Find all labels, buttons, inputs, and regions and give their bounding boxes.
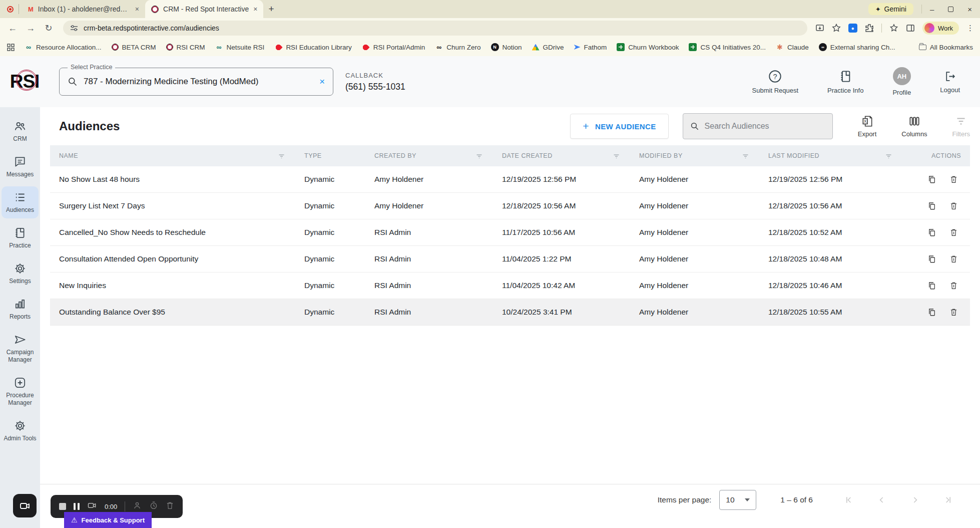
tab-inbox[interactable]: M Inbox (1) - aholdener@redspot × — [22, 0, 145, 18]
cell-name[interactable]: No Show Last 48 hours — [59, 175, 304, 184]
logout-button[interactable]: Logout — [940, 70, 960, 94]
sidebar-item-campaign-manager[interactable]: Campaign Manager — [2, 329, 39, 368]
send-to-device-icon[interactable] — [815, 24, 824, 33]
new-audience-button[interactable]: + NEW AUDIENCE — [570, 114, 668, 139]
window-minimize-button[interactable]: – — [930, 5, 934, 14]
sidebar-item-audiences[interactable]: Audiences — [2, 186, 39, 218]
page-size-select[interactable]: 10 — [719, 490, 756, 510]
apps-grid-icon[interactable] — [7, 44, 15, 51]
tab-crm-active[interactable]: CRM - Red Spot Interactive × — [145, 0, 263, 18]
sidebar-item-admin-tools[interactable]: Admin Tools — [2, 415, 39, 447]
cell-name[interactable]: Consultation Attended Open Opportunity — [59, 254, 304, 263]
duplicate-icon[interactable] — [927, 228, 936, 237]
filter-modified-by-icon[interactable] — [742, 152, 749, 160]
profile-chip[interactable]: Work — [922, 22, 959, 35]
participants-icon[interactable] — [133, 501, 142, 512]
side-panel-icon[interactable] — [906, 24, 915, 33]
back-button[interactable]: ← — [6, 23, 19, 34]
previous-page-button[interactable] — [877, 495, 887, 505]
last-page-button[interactable] — [943, 495, 953, 505]
favorites-star-icon[interactable] — [889, 24, 898, 33]
trash-icon[interactable] — [949, 281, 958, 290]
search-audiences-box[interactable] — [683, 113, 833, 139]
stop-recording-icon[interactable] — [59, 503, 66, 510]
extensions-puzzle-icon[interactable] — [865, 24, 874, 33]
next-page-button[interactable] — [910, 495, 920, 505]
sidebar-item-reports[interactable]: Reports — [2, 293, 39, 325]
trash-icon[interactable] — [949, 175, 958, 184]
all-bookmarks-button[interactable]: All Bookmarks — [919, 44, 973, 51]
pause-recording-icon[interactable] — [74, 503, 80, 510]
pinned-extension-icon[interactable]: ● — [848, 24, 857, 33]
window-maximize-button[interactable] — [948, 7, 953, 12]
sidebar-item-settings[interactable]: Settings — [2, 257, 39, 290]
table-row[interactable]: No Show Last 48 hours Dynamic Amy Holden… — [50, 166, 970, 193]
clear-practice-icon[interactable]: × — [319, 76, 325, 87]
table-row[interactable]: Outstanding Balance Over $95 Dynamic RSI… — [50, 299, 970, 326]
table-row[interactable]: Cancelled_No Show Needs to Reschedule Dy… — [50, 219, 970, 246]
bookmark-external-sharing[interactable]: External sharing Ch... — [819, 43, 895, 51]
reload-button[interactable]: ↻ — [42, 23, 55, 34]
bookmark-rsi-portal-admin[interactable]: RSI Portal/Admin — [362, 43, 425, 51]
bookmark-cs-q4-initiatives[interactable]: CS Q4 Initiatives 20... — [689, 43, 766, 51]
video-camera-icon[interactable] — [87, 500, 97, 512]
trash-icon[interactable] — [949, 254, 958, 263]
practice-info-button[interactable]: Practice Info — [827, 70, 863, 94]
bookmark-netsuite-rsi[interactable]: Netsuite RSI — [215, 43, 265, 51]
bookmark-claude[interactable]: Claude — [776, 43, 809, 51]
sidebar-item-messages[interactable]: Messages — [2, 151, 39, 183]
cell-name[interactable]: Surgery List Next 7 Days — [59, 201, 304, 210]
new-tab-button[interactable]: + — [268, 4, 274, 15]
export-button[interactable]: X Export — [858, 115, 877, 138]
camera-bubble-button[interactable] — [13, 494, 37, 517]
sidebar-item-procedure-manager[interactable]: Procedure Manager — [2, 372, 39, 411]
table-row[interactable]: New Inquiries Dynamic RSI Admin 11/04/20… — [50, 273, 970, 299]
select-practice-field[interactable]: Select Practice 787 - Modernizing Medici… — [59, 68, 333, 96]
filter-name-icon[interactable] — [278, 152, 285, 160]
url-text[interactable]: crm-beta.redspotinteractive.com/audienci… — [84, 24, 219, 32]
forward-button[interactable]: → — [24, 23, 37, 34]
timer-icon[interactable] — [149, 501, 158, 512]
bookmark-notion[interactable]: NNotion — [491, 43, 522, 51]
duplicate-icon[interactable] — [927, 308, 936, 317]
profile-button[interactable]: AH Profile — [892, 67, 911, 96]
table-row[interactable]: Surgery List Next 7 Days Dynamic Amy Hol… — [50, 193, 970, 219]
filter-last-modified-icon[interactable] — [885, 152, 892, 160]
columns-button[interactable]: Columns — [901, 115, 927, 138]
duplicate-icon[interactable] — [927, 254, 936, 263]
cell-name[interactable]: Cancelled_No Show Needs to Reschedule — [59, 228, 304, 237]
bookmark-resource-allocation[interactable]: Resource Allocation... — [25, 43, 102, 51]
trash-icon[interactable] — [949, 201, 958, 210]
bookmark-churn-workbook[interactable]: Churn Workbook — [617, 43, 679, 51]
bookmark-rsi-crm[interactable]: RSI CRM — [166, 44, 205, 51]
duplicate-icon[interactable] — [927, 175, 936, 184]
address-bar[interactable]: crm-beta.redspotinteractive.com/audienci… — [63, 21, 807, 36]
filter-created-by-icon[interactable] — [475, 152, 483, 160]
trash-icon[interactable] — [949, 308, 958, 317]
tab-close-icon[interactable]: × — [253, 5, 257, 13]
search-audiences-input[interactable] — [705, 122, 825, 131]
bookmark-beta-crm[interactable]: BETA CRM — [112, 44, 156, 51]
bookmark-rsi-education-library[interactable]: RSI Education Library — [274, 43, 351, 51]
table-row[interactable]: Consultation Attended Open Opportunity D… — [50, 246, 970, 273]
first-page-button[interactable] — [844, 495, 854, 505]
duplicate-icon[interactable] — [927, 281, 936, 290]
submit-request-button[interactable]: ? Submit Request — [752, 70, 799, 94]
select-practice-value[interactable]: 787 - Modernizing Medicine Testing (ModM… — [84, 77, 258, 87]
bookmark-star-icon[interactable] — [832, 24, 841, 33]
window-close-button[interactable]: × — [967, 5, 972, 14]
cell-name[interactable]: Outstanding Balance Over $95 — [59, 308, 304, 317]
feedback-support-button[interactable]: ⚠ Feedback & Support — [64, 512, 152, 528]
site-settings-icon[interactable] — [70, 24, 78, 32]
trash-icon[interactable] — [949, 228, 958, 237]
bookmark-churn-zero[interactable]: Churn Zero — [435, 43, 480, 51]
cell-name[interactable]: New Inquiries — [59, 281, 304, 290]
discard-recording-icon[interactable] — [166, 501, 174, 512]
bookmark-fathom[interactable]: Fathom — [574, 44, 607, 51]
sidebar-item-crm[interactable]: CRM — [2, 115, 39, 147]
duplicate-icon[interactable] — [927, 201, 936, 210]
browser-menu-icon[interactable]: ⋮ — [966, 24, 974, 33]
filter-date-created-icon[interactable] — [613, 152, 620, 160]
bookmark-gdrive[interactable]: GDrive — [532, 44, 564, 51]
gemini-button[interactable]: ✦ Gemini — [868, 3, 913, 15]
